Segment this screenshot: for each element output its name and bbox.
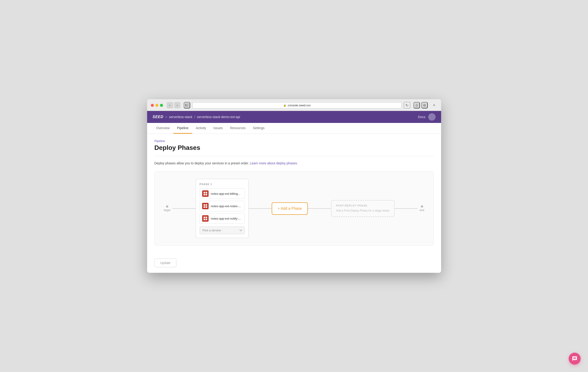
app-header: SEED > serverless-stack / serverless-sta… <box>147 111 441 123</box>
connector-line-4 <box>395 208 418 209</box>
breadcrumb[interactable]: Pipeline <box>155 139 434 143</box>
service-icon-2 <box>202 203 209 209</box>
browser-window: ‹ › 🔒 console.seed.run ↻ ⎙ ⧉ + <box>147 99 441 273</box>
url-text: console.seed.run <box>288 103 311 107</box>
description-start: Deploy phases allow you to deploy your s… <box>155 161 250 165</box>
svg-rect-0 <box>185 104 187 107</box>
begin-text: begin <box>164 208 171 212</box>
tab-overview[interactable]: Overview <box>153 123 173 134</box>
chat-button[interactable] <box>569 353 581 365</box>
connector-line-3 <box>308 208 331 209</box>
phase1-label: PHASE 1 <box>200 183 245 186</box>
pick-service-select[interactable]: Pick a service notes-app-ext-billing not… <box>200 227 245 234</box>
browser-actions: ⎙ ⧉ <box>413 102 428 108</box>
back-button[interactable]: ‹ <box>167 102 173 108</box>
page-title: Deploy Phases <box>155 144 434 152</box>
post-deploy-text: Add a Post-Deploy Phase for a stage belo… <box>336 209 389 213</box>
tab-settings[interactable]: Settings <box>249 123 268 134</box>
svg-rect-3 <box>187 106 189 107</box>
breadcrumb-sep1: > <box>165 115 167 119</box>
seed-logo: SEED <box>153 115 164 119</box>
svg-rect-2 <box>187 105 189 105</box>
end-text: end <box>420 208 424 212</box>
sidebar-button[interactable] <box>184 102 190 108</box>
avatar[interactable] <box>428 113 436 121</box>
share-button[interactable]: ⎙ <box>413 102 420 108</box>
main-content: Pipeline Deploy Phases Deploy phases all… <box>147 134 441 273</box>
traffic-light-green[interactable] <box>160 104 163 107</box>
service-name-3: notes-app-ext-notify-... <box>211 217 241 220</box>
description-link[interactable]: Learn more about deploy phases. <box>250 161 298 165</box>
nav-buttons: ‹ › <box>167 102 180 108</box>
connector-line-2 <box>249 208 272 209</box>
post-deploy-phase: POST-DEPLOY PHASE Add a Post-Deploy Phas… <box>331 200 395 217</box>
end-label: end <box>420 205 424 212</box>
connector-line-1 <box>172 208 196 209</box>
content-divider <box>155 156 434 156</box>
description-text: Deploy phases allow you to deploy your s… <box>155 161 434 166</box>
service-item-3: notes-app-ext-notify-... <box>200 213 245 224</box>
service-icon-3 <box>202 215 209 222</box>
docs-link[interactable]: Docs <box>418 115 425 119</box>
tab-issues[interactable]: Issues <box>210 123 226 134</box>
tab-resources[interactable]: Resources <box>227 123 249 134</box>
breadcrumb-app[interactable]: serverless-stack-demo-ext-api <box>197 115 240 119</box>
duplicate-button[interactable]: ⧉ <box>421 102 428 108</box>
header-left: SEED > serverless-stack / serverless-sta… <box>153 115 240 119</box>
breadcrumb-org[interactable]: serverless-stack <box>169 115 192 119</box>
end-dot <box>421 205 423 208</box>
traffic-lights <box>151 104 163 107</box>
svg-rect-1 <box>187 104 189 104</box>
begin-dot <box>166 205 168 208</box>
new-tab-button[interactable]: + <box>431 102 437 108</box>
update-button[interactable]: Update <box>155 258 176 267</box>
tab-nav: Overview Pipeline Activity Issues Resour… <box>147 123 441 134</box>
address-bar[interactable]: 🔒 console.seed.run <box>192 102 401 108</box>
reload-button[interactable]: ↻ <box>404 102 410 108</box>
tab-pipeline[interactable]: Pipeline <box>173 123 192 134</box>
browser-chrome: ‹ › 🔒 console.seed.run ↻ ⎙ ⧉ + <box>147 99 441 111</box>
add-phase-button[interactable]: + Add a Phase <box>272 202 308 215</box>
header-right: Docs <box>418 113 436 121</box>
browser-titlebar: ‹ › 🔒 console.seed.run ↻ ⎙ ⧉ + <box>151 102 437 108</box>
post-deploy-label: POST-DEPLOY PHASE <box>336 204 389 207</box>
pipeline-content: begin PHASE 1 <box>164 179 424 238</box>
service-name-2: notes-app-ext-notes-... <box>211 204 241 208</box>
breadcrumb-sep2: / <box>194 115 195 119</box>
forward-button[interactable]: › <box>174 102 180 108</box>
phase-block-1: PHASE 1 notes-app-ext-billing... <box>196 179 249 238</box>
traffic-light-red[interactable] <box>151 104 154 107</box>
service-name-1: notes-app-ext-billing... <box>211 192 240 196</box>
service-item-1: notes-app-ext-billing... <box>200 188 245 199</box>
service-item-2: notes-app-ext-notes-... <box>200 201 245 211</box>
traffic-light-yellow[interactable] <box>155 104 158 107</box>
pipeline-wrapper: begin PHASE 1 <box>155 171 434 246</box>
lock-icon: 🔒 <box>283 104 286 107</box>
begin-label: begin <box>164 205 171 212</box>
tab-activity[interactable]: Activity <box>192 123 210 134</box>
service-icon-1 <box>202 190 209 197</box>
